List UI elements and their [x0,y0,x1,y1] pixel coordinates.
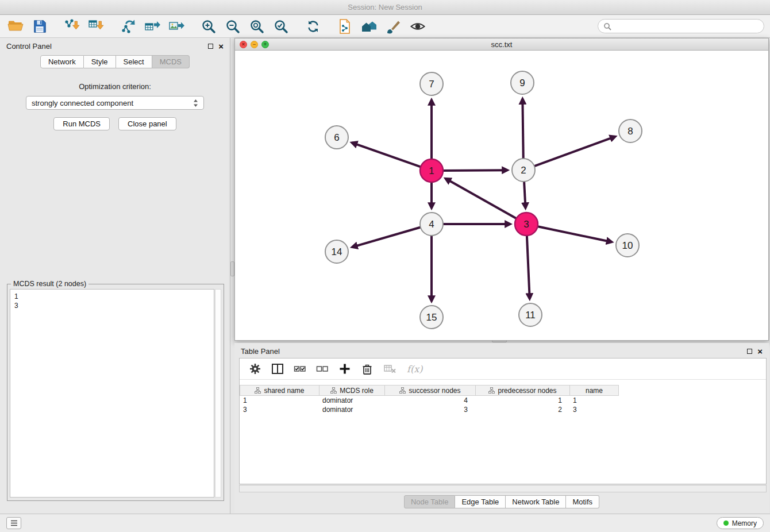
graph-edge-2-3[interactable] [524,180,526,208]
add-column-button[interactable] [338,363,351,375]
application-window: Session: New Session [0,0,770,532]
visibility-button[interactable] [408,17,428,36]
zoom-fit-icon [249,18,265,34]
cell-name[interactable]: 1 [569,396,618,404]
delete-column-button[interactable] [361,363,374,375]
home-button[interactable] [360,17,379,36]
graph-node-15[interactable]: 15 [420,306,443,329]
export-table-icon [144,18,161,35]
control-panel-float-button[interactable] [208,44,213,49]
delete-table-button[interactable] [383,363,397,375]
cell-shared-name[interactable]: 1 [240,396,319,404]
cell-successor-nodes[interactable]: 4 [384,396,475,404]
tab-node-table[interactable]: Node Table [404,495,456,508]
table-panel-body: f(x) shared name MCDS role successor [239,358,767,484]
apply-style-button[interactable] [384,17,403,36]
network-graph[interactable]: 7968124310141511 [235,51,768,340]
tab-mcds[interactable]: MCDS [152,55,190,68]
cell-name[interactable]: 3 [569,406,618,414]
tab-motifs[interactable]: Motifs [566,495,599,508]
zoom-in-button[interactable] [199,17,218,36]
graph-edge-3-1[interactable] [445,179,517,219]
graph-edge-4-14[interactable] [352,227,422,247]
cell-mcds-role[interactable]: dominator [319,406,384,414]
columns-icon [271,363,284,375]
graph-edge-1-6[interactable] [352,142,422,167]
graph-edge-3-10[interactable] [537,226,612,242]
cell-predecessor-nodes[interactable]: 2 [475,406,569,414]
column-header-name[interactable]: name [570,385,618,395]
column-header-successor-nodes[interactable]: successor nodes [385,385,476,395]
tab-select[interactable]: Select [116,55,152,68]
unselect-all-button[interactable] [316,363,329,375]
run-mcds-button[interactable]: Run MCDS [53,117,110,130]
search-input[interactable] [614,22,759,30]
table-panel-float-button[interactable] [747,349,752,354]
graph-edge-1-2[interactable] [442,170,507,171]
zoom-out-icon [225,18,241,34]
graph-node-8[interactable]: 8 [619,119,642,142]
open-session-button[interactable] [6,17,25,36]
cell-successor-nodes[interactable]: 3 [384,406,475,414]
graph-edge-2-9[interactable] [522,99,523,160]
table-row[interactable]: 3 dominator 3 2 3 [240,405,766,414]
graph-node-11[interactable]: 11 [519,303,542,326]
export-table-button[interactable] [143,17,162,36]
vertical-splitter-handle[interactable] [230,261,234,276]
tab-edge-table[interactable]: Edge Table [455,495,506,508]
table-panel-close-button[interactable]: × [757,347,763,356]
column-header-predecessor-nodes[interactable]: predecessor nodes [476,385,570,395]
search-box[interactable] [598,19,764,33]
column-header-mcds-role[interactable]: MCDS role [319,385,385,395]
import-table-button[interactable] [86,17,106,36]
export-image-button[interactable] [167,17,186,36]
graph-node-1[interactable]: 1 [420,159,443,182]
result-scrollbar[interactable] [215,289,221,498]
graph-node-6[interactable]: 6 [325,126,348,149]
gear-icon [249,363,261,375]
function-builder-button[interactable]: f(x) [407,364,422,375]
export-network-button[interactable] [118,17,138,36]
zoom-window-button[interactable]: + [261,41,269,48]
zoom-out-button[interactable] [223,17,242,36]
cell-predecessor-nodes[interactable]: 1 [475,396,569,404]
memory-button[interactable]: Memory [717,517,764,529]
graph-node-9[interactable]: 9 [511,71,534,94]
tab-network[interactable]: Network [40,55,84,68]
graph-node-14[interactable]: 14 [325,240,348,263]
graph-node-4[interactable]: 4 [420,213,443,236]
save-session-button[interactable] [30,17,49,36]
network-document-button[interactable] [336,17,355,36]
minimize-window-button[interactable]: – [251,41,258,48]
export-network-icon [120,18,137,35]
close-window-button[interactable]: × [240,41,247,48]
cell-shared-name[interactable]: 3 [240,406,319,414]
select-all-button[interactable] [294,363,306,375]
column-header-shared-name[interactable]: shared name [240,385,319,395]
main-toolbar [0,15,770,38]
refresh-view-button[interactable] [303,17,323,36]
network-canvas[interactable]: 7968124310141511 [235,51,768,340]
cell-mcds-role[interactable]: dominator [319,396,384,404]
tab-style[interactable]: Style [84,55,116,68]
zoom-fit-button[interactable] [247,17,267,36]
close-mcds-panel-button[interactable]: Close panel [118,117,176,130]
export-toolbar-group [118,17,186,36]
table-settings-button[interactable] [249,363,261,375]
criterion-dropdown[interactable]: strongly connected component [26,96,204,110]
import-network-button[interactable] [62,17,82,36]
task-history-button[interactable] [6,517,21,529]
zoom-selected-button[interactable] [271,17,291,36]
graph-edge-3-11[interactable] [527,234,530,299]
graph-node-7[interactable]: 7 [420,72,443,95]
table-row[interactable]: 1 dominator 4 1 1 [240,396,766,405]
table-horizontal-scrollbar[interactable] [239,485,767,492]
show-columns-button[interactable] [271,363,284,375]
tab-network-table[interactable]: Network Table [506,495,566,508]
mcds-result-list[interactable]: 1 3 [10,289,214,498]
graph-node-2[interactable]: 2 [512,159,535,182]
graph-node-10[interactable]: 10 [616,234,639,257]
control-panel-close-button[interactable]: × [218,42,224,51]
graph-edge-2-8[interactable] [533,137,615,167]
graph-node-3[interactable]: 3 [515,213,538,236]
